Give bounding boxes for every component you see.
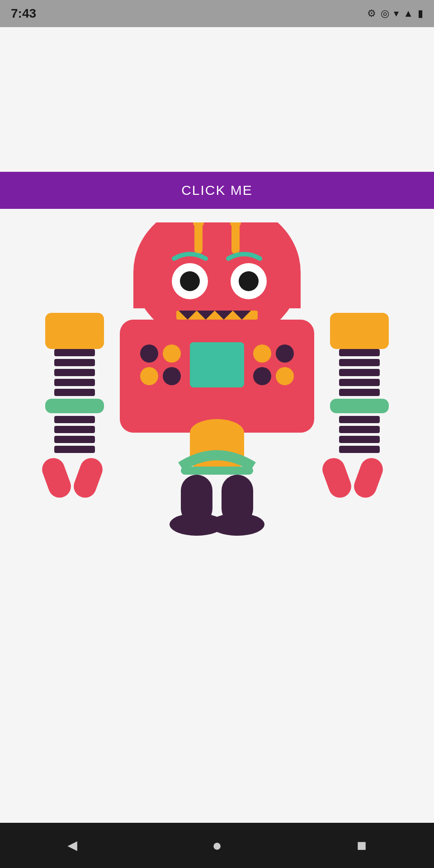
svg-point-58 bbox=[210, 513, 264, 536]
svg-rect-17 bbox=[339, 379, 380, 386]
svg-rect-3 bbox=[54, 369, 95, 376]
svg-rect-11 bbox=[41, 455, 74, 501]
battery-icon: ▮ bbox=[418, 8, 423, 19]
svg-rect-8 bbox=[54, 426, 95, 433]
wifi-icon: ▾ bbox=[394, 8, 399, 19]
status-time: 7:43 bbox=[11, 6, 36, 21]
svg-rect-27 bbox=[133, 272, 301, 308]
svg-rect-22 bbox=[339, 436, 380, 443]
home-button[interactable]: ● bbox=[199, 827, 235, 863]
home-icon: ● bbox=[212, 836, 222, 855]
svg-rect-21 bbox=[339, 426, 380, 433]
svg-rect-18 bbox=[339, 389, 380, 396]
click-me-label: CLICK ME bbox=[181, 183, 253, 198]
svg-rect-54 bbox=[181, 467, 253, 475]
status-bar: 7:43 ⚙ ◎ ▾ ▲ ▮ bbox=[0, 0, 434, 27]
svg-point-35 bbox=[239, 271, 259, 291]
robot-illustration bbox=[41, 222, 393, 566]
vpn-icon: ◎ bbox=[381, 8, 389, 19]
svg-rect-46 bbox=[190, 342, 244, 387]
svg-point-45 bbox=[163, 367, 181, 385]
svg-point-42 bbox=[140, 344, 158, 363]
top-whitespace bbox=[0, 27, 434, 172]
back-icon: ◄ bbox=[64, 836, 80, 855]
svg-rect-16 bbox=[339, 369, 380, 376]
svg-rect-20 bbox=[339, 416, 380, 423]
svg-point-34 bbox=[180, 271, 200, 291]
svg-rect-2 bbox=[54, 359, 95, 366]
robot-container bbox=[0, 209, 434, 823]
svg-rect-14 bbox=[339, 349, 380, 356]
svg-point-49 bbox=[253, 367, 271, 385]
svg-rect-7 bbox=[54, 416, 95, 423]
svg-rect-24 bbox=[319, 455, 354, 501]
svg-rect-6 bbox=[45, 399, 104, 413]
svg-point-44 bbox=[140, 367, 158, 385]
svg-rect-19 bbox=[330, 399, 389, 413]
back-button[interactable]: ◄ bbox=[54, 827, 90, 863]
svg-rect-1 bbox=[54, 349, 95, 356]
svg-rect-23 bbox=[339, 446, 380, 453]
svg-rect-9 bbox=[54, 436, 95, 443]
nav-bar: ◄ ● ■ bbox=[0, 823, 434, 868]
svg-rect-25 bbox=[351, 455, 386, 501]
svg-rect-15 bbox=[339, 359, 380, 366]
signal-icon: ▲ bbox=[403, 8, 413, 19]
svg-rect-10 bbox=[54, 446, 95, 453]
svg-rect-12 bbox=[71, 455, 106, 501]
status-icons: ⚙ ◎ ▾ ▲ ▮ bbox=[367, 8, 423, 19]
svg-point-47 bbox=[253, 344, 271, 363]
svg-rect-13 bbox=[330, 313, 389, 349]
click-me-button[interactable]: CLICK ME bbox=[0, 172, 434, 209]
recent-button[interactable]: ■ bbox=[344, 827, 380, 863]
svg-rect-5 bbox=[54, 389, 95, 396]
settings-icon: ⚙ bbox=[367, 8, 376, 19]
svg-point-43 bbox=[163, 344, 181, 363]
svg-rect-0 bbox=[45, 313, 104, 349]
svg-point-50 bbox=[276, 367, 294, 385]
svg-point-48 bbox=[276, 344, 294, 363]
recent-icon: ■ bbox=[357, 836, 367, 855]
svg-rect-4 bbox=[54, 379, 95, 386]
